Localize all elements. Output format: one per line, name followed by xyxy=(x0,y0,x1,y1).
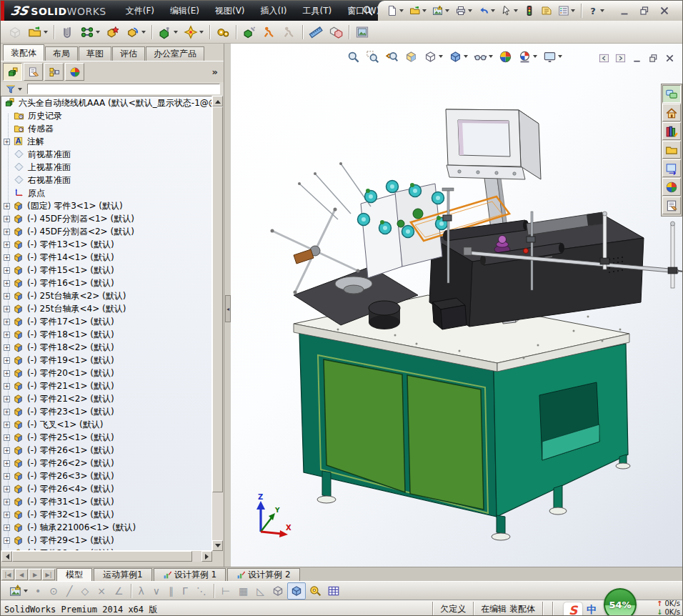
hide-show-items-button[interactable] xyxy=(471,48,496,65)
scroll-down-button[interactable] xyxy=(212,540,223,551)
print-button[interactable] xyxy=(452,2,475,19)
tree-item-part23-1[interactable]: +(-) 零件23<1> (默认) xyxy=(1,405,211,418)
file-properties-button[interactable] xyxy=(538,2,555,19)
panel-collapse-handle[interactable]: ◂ xyxy=(225,295,231,322)
zoom-to-area-button[interactable] xyxy=(363,48,382,65)
design-library-button[interactable] xyxy=(662,122,681,140)
expand-icon[interactable]: + xyxy=(4,229,10,235)
undo-button[interactable] xyxy=(475,2,498,19)
sogou-ime-icon[interactable]: S xyxy=(564,602,582,616)
expand-icon[interactable]: + xyxy=(4,203,10,209)
minimize-document-button[interactable] xyxy=(629,49,645,66)
view-palette-button[interactable] xyxy=(662,159,681,177)
displaymanager-tab[interactable] xyxy=(65,63,84,81)
help-button[interactable]: ? xyxy=(584,2,607,19)
tree-item-part17-1[interactable]: +(-) 零件17<1> (默认) xyxy=(1,315,211,328)
open-part-button[interactable] xyxy=(25,24,51,41)
expand-icon[interactable]: + xyxy=(4,486,10,492)
close-document-button[interactable] xyxy=(662,49,678,66)
expand-icon[interactable]: + xyxy=(4,473,10,480)
previous-view-button[interactable] xyxy=(382,48,402,65)
scroll-left-button[interactable] xyxy=(1,551,12,562)
solidworks-resources-button[interactable] xyxy=(662,104,681,121)
tab-model[interactable]: 模型 xyxy=(56,568,92,581)
open-button[interactable] xyxy=(407,2,429,19)
snap-length-button[interactable]: ⊢ xyxy=(217,584,234,598)
tree-item-part15-1[interactable]: +(-) 零件15<1> (默认) xyxy=(1,264,211,277)
tree-item-bearing25t-2[interactable]: +(-) 25t台轴承<2> (默认) xyxy=(1,289,211,302)
interference-detection-button[interactable] xyxy=(326,24,346,41)
expand-icon[interactable]: + xyxy=(4,139,10,145)
scroll-right-button[interactable] xyxy=(201,551,212,562)
sketch-angle-button[interactable]: ∠ xyxy=(110,584,128,598)
tree-item-part13-1[interactable]: +(-) 零件13<1> (默认) xyxy=(1,238,211,251)
expand-icon[interactable]: + xyxy=(4,460,10,467)
sketch-line-button[interactable]: ╱ xyxy=(62,584,76,598)
solidworks-forum-button[interactable] xyxy=(662,85,681,103)
expand-icon[interactable]: + xyxy=(4,306,10,312)
expand-icon[interactable]: + xyxy=(4,267,10,274)
tab-motion-study-1[interactable]: 运动算例1 xyxy=(94,568,152,581)
tab-sketch[interactable]: 草图 xyxy=(79,46,111,61)
expand-icon[interactable]: + xyxy=(4,357,10,364)
expand-icon[interactable]: + xyxy=(4,254,10,261)
tree-item-part26-4[interactable]: +(-) 零件26<4> (默认) xyxy=(1,482,211,495)
view-settings-button[interactable] xyxy=(540,48,565,65)
tree-item-history-folder[interactable]: 历史记录 xyxy=(1,109,211,122)
measure-tool-button[interactable] xyxy=(306,582,324,600)
panel-splitter[interactable]: ◂ xyxy=(224,44,231,567)
menu-file[interactable]: 文件(F) xyxy=(118,1,162,21)
photoview-preview-button[interactable] xyxy=(352,24,372,41)
new-motion-study-button[interactable] xyxy=(259,24,279,41)
menu-tools[interactable]: 工具(T) xyxy=(294,1,339,21)
tree-item-origin[interactable]: 原点 xyxy=(1,187,211,199)
tab-layout[interactable]: 布局 xyxy=(45,46,78,61)
tree-item-part18-1[interactable]: +(-) 零件18<1> (默认) xyxy=(1,328,211,341)
filter-button[interactable] xyxy=(2,81,25,98)
assembly-features-button[interactable] xyxy=(239,24,259,41)
previous-window-button[interactable] xyxy=(596,49,612,66)
expand-icon[interactable]: + xyxy=(4,370,10,377)
tree-item-part26-2[interactable]: +(-) 零件26<2> (默认) xyxy=(1,457,211,470)
restore-button[interactable] xyxy=(634,2,654,19)
expand-icon[interactable]: + xyxy=(4,434,10,441)
propertymanager-tab[interactable] xyxy=(24,63,43,81)
configurationmanager-tab[interactable] xyxy=(44,63,64,81)
tab-assembly[interactable]: 装配体 xyxy=(3,44,44,61)
scroll-thumb[interactable] xyxy=(212,106,223,492)
appearances-scenes-button[interactable] xyxy=(662,178,681,196)
tree-item-part26-3[interactable]: +(-) 零件26<3> (默认) xyxy=(1,470,211,482)
tree-item-front-plane[interactable]: 前视基准面 xyxy=(1,148,211,161)
minimize-button[interactable] xyxy=(614,2,634,19)
section-view-button[interactable] xyxy=(402,48,421,65)
tree-vertical-scrollbar[interactable] xyxy=(212,96,223,551)
attachment-button[interactable] xyxy=(57,24,77,41)
panel-overflow-button[interactable]: » xyxy=(209,66,221,77)
tree-item-sensors-folder[interactable]: 传感器 xyxy=(1,122,211,135)
expand-icon[interactable]: + xyxy=(4,293,10,299)
prev-tab-button[interactable]: ◀ xyxy=(15,569,28,580)
measure-button[interactable] xyxy=(306,24,326,41)
tree-item-right-plane[interactable]: 右视基准面 xyxy=(1,174,211,187)
expand-icon[interactable]: + xyxy=(4,447,10,454)
tree-item-flyfork-1[interactable]: +(-) 飞叉<1> (默认) xyxy=(1,418,211,431)
tree-item-part20-1[interactable]: +(-) 零件20<1> (默认) xyxy=(1,367,211,379)
first-tab-button[interactable]: |◀ xyxy=(1,569,14,580)
scroll-up-button[interactable] xyxy=(212,96,223,106)
tree-item-part18-2[interactable]: +(-) 零件18<2> (默认) xyxy=(1,341,211,354)
edit-component-button[interactable] xyxy=(103,24,123,41)
belt-chain-button[interactable] xyxy=(213,24,233,41)
custom-properties-button[interactable] xyxy=(662,197,681,214)
view-preview-button[interactable] xyxy=(6,582,31,600)
expand-icon[interactable]: + xyxy=(4,537,10,544)
expand-icon[interactable]: + xyxy=(4,409,10,415)
expand-icon[interactable]: + xyxy=(4,512,10,518)
expand-icon[interactable]: + xyxy=(4,242,10,248)
edit-appearance-button[interactable] xyxy=(496,48,515,65)
expand-icon[interactable]: + xyxy=(4,280,10,287)
sketch-polygon-button[interactable]: ◇ xyxy=(76,584,93,598)
display-wireframe-button[interactable] xyxy=(269,582,287,600)
tab-design-study-2[interactable]: 设计算例 2 xyxy=(227,568,299,581)
sketch-cross-button[interactable]: × xyxy=(93,584,110,598)
make-drawing-button[interactable] xyxy=(429,2,452,19)
